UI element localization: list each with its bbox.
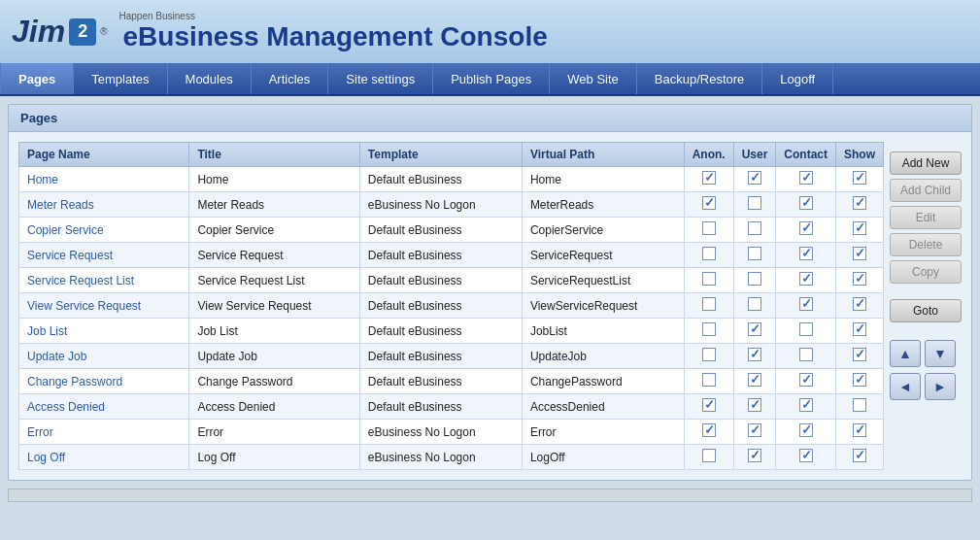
anon-checkbox-cell[interactable] — [684, 192, 733, 218]
show-checkbox-cell[interactable] — [836, 167, 884, 192]
user-checkbox-cell[interactable] — [733, 218, 776, 243]
contact-checkbox-cell[interactable] — [776, 369, 836, 394]
contact-checkbox[interactable] — [799, 297, 813, 311]
page-name-cell[interactable]: Log Off — [19, 445, 189, 470]
show-checkbox-cell[interactable] — [836, 369, 884, 394]
user-checkbox[interactable] — [748, 297, 761, 311]
anon-checkbox-cell[interactable] — [684, 268, 733, 293]
user-checkbox-cell[interactable] — [733, 394, 776, 420]
show-checkbox[interactable] — [853, 247, 866, 260]
anon-checkbox-cell[interactable] — [684, 445, 733, 470]
anon-checkbox[interactable] — [702, 221, 716, 235]
page-name-cell[interactable]: Change Password — [19, 369, 189, 394]
page-name-cell[interactable]: Home — [19, 167, 189, 192]
anon-checkbox-cell[interactable] — [684, 293, 733, 319]
edit-button[interactable]: Edit — [890, 206, 962, 229]
horizontal-scrollbar[interactable] — [8, 489, 972, 502]
anon-checkbox-cell[interactable] — [684, 394, 733, 420]
contact-checkbox-cell[interactable] — [776, 445, 836, 470]
anon-checkbox[interactable] — [702, 272, 716, 286]
anon-checkbox[interactable] — [702, 348, 716, 361]
contact-checkbox[interactable] — [799, 247, 813, 260]
user-checkbox[interactable] — [748, 348, 761, 361]
nav-item-backup/restore[interactable]: Backup/Restore — [637, 63, 763, 94]
contact-checkbox-cell[interactable] — [776, 218, 836, 243]
contact-checkbox[interactable] — [799, 322, 813, 336]
contact-checkbox[interactable] — [799, 398, 813, 412]
nav-item-pages[interactable]: Pages — [0, 63, 74, 94]
page-name-cell[interactable]: Update Job — [19, 344, 189, 369]
user-checkbox-cell[interactable] — [733, 243, 776, 268]
page-name-cell[interactable]: Service Request — [19, 243, 189, 268]
page-name-cell[interactable]: Copier Service — [19, 218, 189, 243]
user-checkbox[interactable] — [748, 322, 761, 336]
anon-checkbox[interactable] — [702, 171, 716, 185]
page-name-cell[interactable]: Error — [19, 420, 189, 445]
nav-item-articles[interactable]: Articles — [252, 63, 329, 94]
show-checkbox[interactable] — [853, 398, 866, 412]
user-checkbox-cell[interactable] — [733, 167, 776, 192]
move-up-button[interactable]: ▲ — [890, 340, 921, 367]
user-checkbox[interactable] — [748, 398, 761, 412]
move-left-button[interactable]: ◄ — [890, 373, 921, 400]
show-checkbox[interactable] — [853, 348, 866, 361]
copy-button[interactable]: Copy — [890, 260, 962, 284]
anon-checkbox-cell[interactable] — [684, 319, 733, 344]
anon-checkbox[interactable] — [702, 196, 716, 210]
page-name-cell[interactable]: Access Denied — [19, 394, 189, 420]
nav-item-web-site[interactable]: Web Site — [550, 63, 637, 94]
anon-checkbox[interactable] — [702, 297, 716, 311]
move-right-button[interactable]: ► — [925, 373, 956, 400]
add-child-button[interactable]: Add Child — [890, 179, 962, 202]
user-checkbox-cell[interactable] — [733, 268, 776, 293]
user-checkbox[interactable] — [748, 449, 761, 462]
anon-checkbox[interactable] — [702, 247, 716, 260]
nav-item-logoff[interactable]: Logoff — [762, 63, 833, 94]
user-checkbox-cell[interactable] — [733, 420, 776, 445]
page-name-cell[interactable]: Meter Reads — [19, 192, 189, 218]
contact-checkbox[interactable] — [799, 348, 813, 361]
user-checkbox-cell[interactable] — [733, 344, 776, 369]
contact-checkbox-cell[interactable] — [776, 243, 836, 268]
contact-checkbox-cell[interactable] — [776, 319, 836, 344]
user-checkbox[interactable] — [748, 247, 761, 260]
anon-checkbox-cell[interactable] — [684, 344, 733, 369]
anon-checkbox-cell[interactable] — [684, 369, 733, 394]
anon-checkbox[interactable] — [702, 373, 716, 387]
anon-checkbox-cell[interactable] — [684, 167, 733, 192]
goto-button[interactable]: Goto — [890, 299, 962, 322]
anon-checkbox[interactable] — [702, 398, 716, 412]
contact-checkbox[interactable] — [799, 171, 813, 185]
show-checkbox-cell[interactable] — [836, 344, 884, 369]
user-checkbox-cell[interactable] — [733, 369, 776, 394]
user-checkbox-cell[interactable] — [733, 192, 776, 218]
show-checkbox-cell[interactable] — [836, 420, 884, 445]
show-checkbox[interactable] — [853, 297, 866, 311]
move-down-button[interactable]: ▼ — [925, 340, 956, 367]
contact-checkbox[interactable] — [799, 221, 813, 235]
nav-item-modules[interactable]: Modules — [168, 63, 252, 94]
show-checkbox-cell[interactable] — [836, 218, 884, 243]
delete-button[interactable]: Delete — [890, 233, 962, 256]
show-checkbox[interactable] — [853, 423, 866, 437]
show-checkbox-cell[interactable] — [836, 445, 884, 470]
nav-item-site-settings[interactable]: Site settings — [328, 63, 433, 94]
anon-checkbox-cell[interactable] — [684, 243, 733, 268]
user-checkbox[interactable] — [748, 272, 761, 286]
anon-checkbox[interactable] — [702, 423, 716, 437]
show-checkbox[interactable] — [853, 196, 866, 210]
user-checkbox[interactable] — [748, 196, 761, 210]
anon-checkbox-cell[interactable] — [684, 218, 733, 243]
contact-checkbox-cell[interactable] — [776, 268, 836, 293]
anon-checkbox[interactable] — [702, 322, 716, 336]
show-checkbox-cell[interactable] — [836, 268, 884, 293]
contact-checkbox[interactable] — [799, 272, 813, 286]
user-checkbox-cell[interactable] — [733, 445, 776, 470]
user-checkbox[interactable] — [748, 423, 761, 437]
nav-item-templates[interactable]: Templates — [74, 63, 167, 94]
page-name-cell[interactable]: View Service Request — [19, 293, 189, 319]
show-checkbox[interactable] — [853, 449, 866, 462]
show-checkbox-cell[interactable] — [836, 243, 884, 268]
contact-checkbox[interactable] — [799, 196, 813, 210]
contact-checkbox-cell[interactable] — [776, 420, 836, 445]
